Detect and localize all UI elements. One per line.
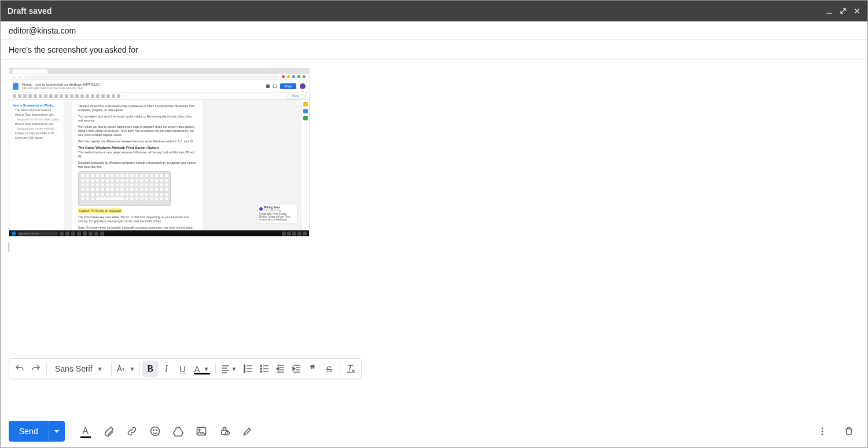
svg-point-42 <box>822 434 823 435</box>
attachment-keyboard-image <box>78 171 171 206</box>
chevron-down-icon: ▼ <box>231 366 237 372</box>
close-icon[interactable] <box>854 8 860 14</box>
chevron-down-icon: ▼ <box>130 366 135 372</box>
align-dropdown[interactable]: ▼ <box>218 361 240 377</box>
right-actions <box>812 421 859 442</box>
attachment-editing-mode: Editing <box>286 94 306 98</box>
svg-marker-22 <box>277 367 279 370</box>
attachment-browser-tab <box>13 69 47 74</box>
message-body[interactable]: ←→ Kinsta - how to screenshot on windows… <box>1 60 867 415</box>
attachment-windows-taskbar: Type here to search <box>9 230 309 236</box>
attachment-image-caption: Caption: Prt Sc key on keyboard <box>78 208 122 213</box>
insert-photo-button[interactable] <box>191 421 212 442</box>
attachment-page: Taking a screenshot is the easiest way t… <box>72 100 203 230</box>
indent-less-button[interactable] <box>273 361 289 377</box>
svg-point-40 <box>822 427 823 429</box>
attachment-doc-main: How to Screenshot on Windo... The Basic … <box>9 100 309 230</box>
attachment-doc-menu: File Edit View Insert Format Tools Add-o… <box>22 87 263 90</box>
subject-text: Here's the screenshot you asked for <box>9 45 138 54</box>
svg-point-41 <box>822 431 823 432</box>
compose-window: Draft saved editor@kinsta.com Here's the… <box>0 0 868 448</box>
redo-button[interactable] <box>28 361 44 377</box>
popout-icon[interactable] <box>840 8 847 14</box>
recipient-chip[interactable]: editor@kinsta.com <box>9 26 76 35</box>
svg-marker-31 <box>54 430 59 433</box>
svg-point-13 <box>260 368 261 369</box>
attachment-url-field <box>24 75 279 79</box>
insert-link-button[interactable] <box>122 421 142 442</box>
svg-marker-35 <box>173 427 183 436</box>
attachment-page-wrap: Taking a screenshot is the easiest way t… <box>64 100 301 230</box>
inline-image-attachment[interactable]: ←→ Kinsta - how to screenshot on windows… <box>9 68 310 237</box>
subject-field[interactable]: Here's the screenshot you asked for <box>1 40 867 60</box>
titlebar-title: Draft saved <box>8 6 826 16</box>
recipients-field[interactable]: editor@kinsta.com <box>1 21 867 40</box>
send-button-group: Send <box>9 421 65 442</box>
send-button[interactable]: Send <box>9 421 49 442</box>
font-size-dropdown[interactable]: T ▼ <box>114 361 137 377</box>
svg-text:T: T <box>122 368 125 372</box>
svg-point-32 <box>150 427 159 436</box>
svg-point-37 <box>198 429 200 431</box>
confidential-mode-button[interactable] <box>214 421 235 442</box>
send-options-button[interactable] <box>49 421 65 442</box>
formatting-options-button[interactable]: A <box>75 421 96 442</box>
bold-button[interactable]: B <box>142 361 159 377</box>
undo-button[interactable] <box>12 361 28 377</box>
svg-rect-0 <box>826 13 832 14</box>
attachment-browser-tabbar <box>9 68 309 74</box>
bulleted-list-button[interactable] <box>256 361 273 377</box>
insert-signature-button[interactable] <box>237 421 258 442</box>
indent-more-button[interactable] <box>289 361 305 377</box>
insert-emoji-button[interactable] <box>145 421 165 442</box>
more-options-button[interactable] <box>812 421 833 442</box>
formatting-toolbar: Sans Serif ▼ T ▼ B I U A ▼ <box>9 358 362 379</box>
titlebar-controls <box>826 8 860 14</box>
quote-button[interactable]: ❞ <box>305 361 321 377</box>
discard-draft-button[interactable] <box>838 421 859 442</box>
numbered-list-button[interactable]: 123 <box>240 361 256 377</box>
attachment-share-button: Share <box>280 83 296 89</box>
attach-file-button[interactable] <box>98 421 119 442</box>
svg-point-34 <box>156 430 157 431</box>
attachment-right-sidebar <box>301 100 309 230</box>
attachment-comment: Writing Team 6:41 PM Today Image title: … <box>257 204 297 223</box>
remove-formatting-button[interactable] <box>343 361 359 377</box>
underline-button[interactable]: U <box>175 361 191 377</box>
chevron-down-icon: ▼ <box>204 366 209 372</box>
chevron-down-icon: ▼ <box>97 366 103 372</box>
svg-point-33 <box>153 430 154 431</box>
attachment-taskbar-search: Type here to search <box>17 232 58 236</box>
attachment-url-bar: ←→ <box>9 74 309 80</box>
attachment-outline: How to Screenshot on Windo... The Basic … <box>9 100 64 230</box>
svg-text:3: 3 <box>244 370 245 373</box>
strikethrough-button[interactable]: S <box>321 361 337 377</box>
italic-button[interactable]: I <box>159 361 175 377</box>
attachment-doc-toolbar: Editing <box>9 93 309 100</box>
docs-logo-icon <box>13 83 19 90</box>
font-family-dropdown[interactable]: Sans Serif ▼ <box>49 364 109 373</box>
svg-marker-27 <box>293 367 295 370</box>
insert-drive-button[interactable] <box>168 421 189 442</box>
text-color-dropdown[interactable]: A ▼ <box>191 361 213 377</box>
text-cursor <box>9 243 9 252</box>
attachment-avatar <box>300 83 306 89</box>
titlebar: Draft saved <box>1 1 867 21</box>
minimize-icon[interactable] <box>826 8 833 14</box>
left-actions: Send A <box>9 421 258 442</box>
attachment-doc-header: Kinsta - how to screenshot on windows [A… <box>9 80 309 93</box>
svg-point-14 <box>260 371 261 372</box>
bottom-action-bar: Send A <box>1 415 867 447</box>
attachment-doc-title: Kinsta - how to screenshot on windows [A… <box>22 83 263 86</box>
svg-point-12 <box>260 365 261 366</box>
